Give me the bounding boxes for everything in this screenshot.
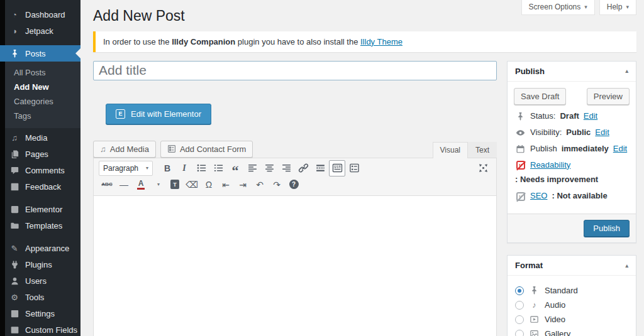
distraction-free-button[interactable] (475, 160, 491, 176)
redo-button[interactable]: ↷ (269, 176, 285, 193)
italic-button[interactable]: I (176, 160, 192, 176)
chevron-down-icon: ▾ (584, 4, 587, 10)
sidebar-item-plugins[interactable]: Plugins (0, 256, 80, 273)
collapse-toggle-icon[interactable]: ▴ (625, 263, 628, 269)
read-more-tag-button[interactable] (312, 160, 328, 176)
clear-formatting-button[interactable]: ⌫ (184, 176, 200, 193)
outdent-button[interactable]: ⇤ (218, 176, 234, 193)
sidebar-item-jetpack[interactable]: ◑ Jetpack (0, 23, 80, 39)
tab-text[interactable]: Text (468, 142, 497, 158)
sidebar-item-label: Dashboard (25, 10, 65, 19)
readability-row: y Readability : Needs improvement (515, 160, 628, 186)
pages-icon (9, 149, 20, 159)
admin-notice: In order to use the Illdy Companion plug… (93, 31, 636, 52)
paragraph-select-value: Paragraph (103, 164, 138, 173)
align-left-button[interactable] (244, 160, 260, 176)
insert-link-button[interactable] (295, 160, 311, 176)
sidebar-subitem-add-new[interactable]: Add New (0, 80, 80, 94)
status-value: Draft (560, 111, 579, 122)
sidebar-item-pages[interactable]: Pages (0, 146, 80, 162)
publish-box-title: Publish (515, 67, 545, 76)
publish-button[interactable]: Publish (584, 220, 630, 237)
seo-link[interactable]: SEO (530, 191, 547, 202)
plug-icon (9, 260, 20, 269)
contact-form-icon (167, 144, 176, 153)
admin-sidebar: ◔ Dashboard ◑ Jetpack Posts All Posts Ad… (0, 0, 80, 336)
indent-button[interactable]: ⇥ (235, 176, 251, 193)
screen-options-button[interactable]: Screen Options ▾ (521, 0, 595, 15)
radio-audio[interactable] (515, 301, 524, 310)
schedule-value: immediately (562, 144, 609, 154)
visibility-value: Public (566, 127, 591, 138)
sidebar-item-templates[interactable]: Templates (0, 217, 80, 234)
sidebar-subitem-tags[interactable]: Tags (0, 109, 80, 123)
toolbar-toggle-button[interactable] (329, 160, 345, 176)
save-draft-button[interactable]: Save Draft (514, 88, 566, 105)
text-color-dropdown[interactable]: ▾ (150, 176, 166, 193)
radio-video[interactable] (515, 315, 524, 324)
top-utility-tabs: Screen Options ▾ Help ▾ (521, 0, 636, 15)
radio-standard[interactable] (515, 286, 524, 295)
bold-button[interactable]: B (159, 160, 175, 176)
format-box-header[interactable]: Format ▴ (508, 256, 636, 276)
help-button[interactable]: Help ▾ (599, 0, 636, 15)
edit-with-elementor-button[interactable]: E Edit with Elementor (106, 104, 211, 124)
sidebar-item-settings[interactable]: Settings (0, 305, 80, 322)
post-title-input[interactable] (93, 61, 497, 80)
special-character-button[interactable]: Ω (201, 176, 217, 193)
text-color-button[interactable]: A (133, 176, 149, 193)
format-option-audio: ♪ Audio (515, 300, 628, 310)
radio-gallery[interactable] (515, 330, 524, 336)
edit-visibility-link[interactable]: Edit (595, 127, 609, 138)
sidebar-subitem-categories[interactable]: Categories (0, 94, 80, 109)
illdy-theme-link[interactable]: Illdy Theme (360, 37, 402, 46)
format-box-body: Standard ♪ Audio Video (508, 276, 636, 336)
sidebar-subitem-all-posts[interactable]: All Posts (0, 65, 80, 80)
edit-status-link[interactable]: Edit (584, 111, 597, 122)
numbered-list-button[interactable] (210, 160, 226, 176)
sidebar-item-custom-fields[interactable]: Custom Fields (0, 322, 80, 336)
sidebar-item-label: Tools (25, 293, 44, 302)
bulleted-list-button[interactable] (193, 160, 209, 176)
collapse-toggle-icon[interactable]: ▴ (625, 68, 628, 74)
tab-visual[interactable]: Visual (433, 142, 468, 158)
horizontal-rule-button[interactable]: — (116, 176, 132, 193)
undo-button[interactable]: ↶ (252, 176, 268, 193)
publish-box-header[interactable]: Publish ▴ (508, 62, 636, 82)
align-right-button[interactable] (278, 160, 294, 176)
sidebar-item-tools[interactable]: ⚙ Tools (0, 289, 80, 305)
add-media-button[interactable]: ♫ Add Media (93, 141, 156, 158)
text-color-swatch (137, 188, 145, 190)
readability-link[interactable]: Readability (530, 160, 570, 171)
sidebar-item-label: Users (25, 276, 47, 286)
sidebar-item-label: Posts (25, 49, 46, 58)
strikethrough-button[interactable]: ABC (99, 176, 115, 193)
sidebar-item-appearance[interactable]: ✎ Appearance (0, 240, 80, 256)
add-contact-form-button[interactable]: Add Contact Form (160, 141, 253, 158)
blockquote-button[interactable]: “ (227, 160, 243, 176)
format-box-title: Format (515, 261, 543, 270)
paragraph-format-select[interactable]: Paragraph ▾ (99, 161, 153, 176)
keyboard-shortcuts-help-button[interactable]: ? (286, 176, 302, 193)
editor-content-area[interactable] (94, 196, 496, 336)
calendar-icon (515, 144, 526, 154)
paste-as-text-button[interactable]: T (167, 176, 183, 193)
settings-sliders-icon (9, 309, 20, 318)
sidebar-item-users[interactable]: Users (0, 273, 80, 289)
sidebar-item-media[interactable]: ♫ Media (0, 129, 80, 146)
sidebar-item-elementor[interactable]: Elementor (0, 201, 80, 217)
sidebar-item-dashboard[interactable]: ◔ Dashboard (0, 6, 80, 23)
align-center-button[interactable] (261, 160, 277, 176)
folder-icon (9, 221, 20, 230)
sidebar-item-feedback[interactable]: Feedback (0, 178, 80, 195)
sidebar-item-comments[interactable]: Comments (0, 162, 80, 178)
yoast-readability-icon: y (515, 161, 526, 170)
preview-button[interactable]: Preview (587, 88, 630, 105)
screen-options-label: Screen Options (529, 3, 581, 11)
edit-schedule-link[interactable]: Edit (613, 144, 627, 154)
sidebar-item-posts[interactable]: Posts (0, 45, 80, 62)
publish-box: Publish ▴ Save Draft Preview Status: (507, 61, 636, 243)
contact-form-toolbar-button[interactable] (346, 160, 362, 176)
editor-toolbar: Paragraph ▾ B I “ (94, 158, 496, 196)
wordpress-admin-add-new-post: ◔ Dashboard ◑ Jetpack Posts All Posts Ad… (0, 0, 644, 336)
